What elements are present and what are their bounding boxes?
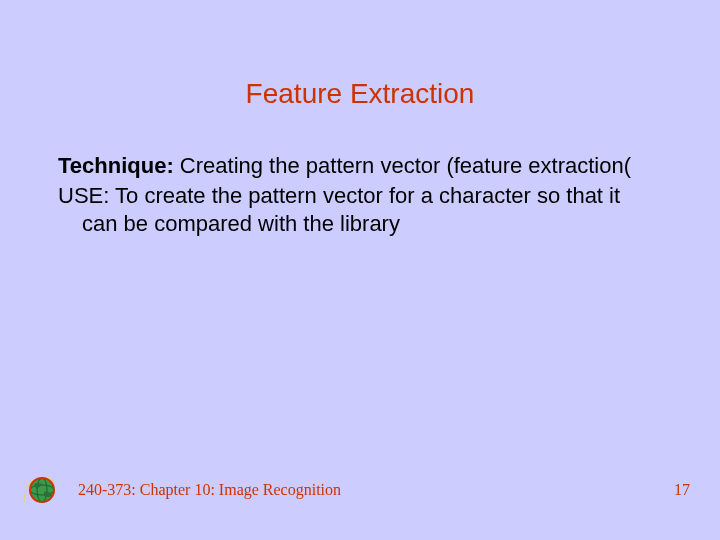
globe-logo-icon	[20, 470, 60, 510]
technique-label: Technique:	[58, 153, 174, 178]
footer: 240-373: Chapter 10: Image Recognition 1…	[0, 470, 720, 510]
technique-text: Creating the pattern vector (feature ext…	[174, 153, 631, 178]
footer-chapter: 240-373: Chapter 10: Image Recognition	[78, 481, 341, 499]
use-line: USE: To create the pattern vector for a …	[58, 182, 660, 238]
technique-line: Technique: Creating the pattern vector (…	[58, 152, 660, 180]
page-number: 17	[674, 481, 690, 499]
slide-title: Feature Extraction	[0, 0, 720, 110]
footer-left: 240-373: Chapter 10: Image Recognition	[20, 470, 341, 510]
slide-body: Technique: Creating the pattern vector (…	[0, 110, 720, 238]
